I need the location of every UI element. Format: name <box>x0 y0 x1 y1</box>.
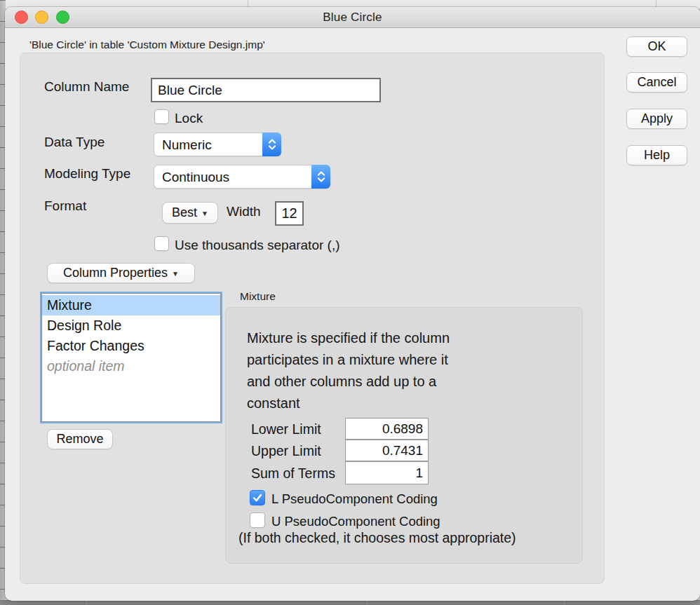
lock-label: Lock <box>175 111 203 126</box>
data-type-value: Numeric <box>162 137 212 153</box>
modeling-type-select[interactable]: Continuous <box>154 165 330 189</box>
background-gridline <box>564 601 565 605</box>
mixture-description-line: constant <box>247 393 450 414</box>
dropdown-arrow-icon: ▼ <box>172 271 179 278</box>
sum-of-terms-input[interactable] <box>345 461 429 484</box>
remove-button-label: Remove <box>56 432 103 447</box>
column-properties-dropdown[interactable]: Column Properties ▼ <box>47 263 195 283</box>
list-item-optional[interactable]: optional item <box>42 356 220 376</box>
mixture-description-line: participates in a mixture where it <box>247 349 450 371</box>
list-item-design-role[interactable]: Design Role <box>42 315 220 336</box>
width-input[interactable] <box>275 201 304 226</box>
mixture-panel: Mixture is specified if the column parti… <box>225 307 583 564</box>
lock-checkbox[interactable] <box>154 109 169 124</box>
dialog-subtitle: 'Blue Circle' in table 'Custom Mixture D… <box>29 39 265 51</box>
mixture-description-line: Mixture is specified if the column <box>247 327 450 349</box>
column-settings-panel: Column Name Lock Data Type Numeric Model… <box>20 53 605 584</box>
l-pseudocomponent-label: L PseudoComponent Coding <box>271 491 438 507</box>
lower-limit-label: Lower Limit <box>251 421 321 437</box>
stepper-icon <box>262 132 281 156</box>
mixture-panel-title: Mixture <box>240 290 276 303</box>
dropdown-arrow-icon: ▼ <box>201 210 208 217</box>
column-info-dialog: Blue Circle 'Blue Circle' in table 'Cust… <box>5 7 700 601</box>
screen: Blue Circle 'Blue Circle' in table 'Cust… <box>0 0 700 605</box>
remove-button[interactable]: Remove <box>47 429 113 449</box>
data-type-select[interactable]: Numeric <box>154 132 281 156</box>
list-item-factor-changes[interactable]: Factor Changes <box>42 336 220 356</box>
checkmark-icon <box>251 491 264 504</box>
column-properties-label: Column Properties <box>63 266 168 280</box>
background-gridline <box>367 601 368 605</box>
width-label: Width <box>227 204 261 219</box>
column-name-input[interactable] <box>151 78 381 102</box>
title-bar[interactable]: Blue Circle <box>5 7 700 28</box>
modeling-type-label: Modeling Type <box>44 166 130 182</box>
sum-of-terms-label: Sum of Terms <box>251 465 335 482</box>
u-pseudocomponent-checkbox[interactable] <box>250 512 265 528</box>
background-gridline <box>86 601 87 605</box>
stepper-icon <box>311 165 330 189</box>
window-title: Blue Circle <box>5 11 700 25</box>
ok-button[interactable]: OK <box>626 36 687 57</box>
column-name-label: Column Name <box>44 79 129 95</box>
upper-limit-label: Upper Limit <box>251 443 321 459</box>
mixture-description-line: and other columns add up to a <box>247 371 450 393</box>
modeling-type-value: Continuous <box>162 170 229 185</box>
list-item-mixture[interactable]: Mixture <box>42 295 220 315</box>
u-pseudocomponent-label: U PseudoComponent Coding <box>271 514 440 529</box>
format-label: Format <box>44 198 86 214</box>
mixture-note: (If both checked, it chooses most approp… <box>238 530 516 546</box>
thousands-separator-label: Use thousands separator (,) <box>175 238 340 253</box>
help-button[interactable]: Help <box>626 145 687 165</box>
mixture-description: Mixture is specified if the column parti… <box>247 327 450 414</box>
properties-listbox[interactable]: Mixture Design Role Factor Changes optio… <box>41 293 221 422</box>
upper-limit-input[interactable] <box>345 440 429 461</box>
thousands-separator-checkbox[interactable] <box>154 236 169 251</box>
format-best-dropdown[interactable]: Best ▼ <box>162 202 218 224</box>
l-pseudocomponent-checkbox[interactable] <box>250 490 265 505</box>
background-bottom-strip <box>0 600 700 605</box>
cancel-button[interactable]: Cancel <box>626 72 687 93</box>
data-type-label: Data Type <box>44 135 105 150</box>
format-best-value: Best <box>172 205 197 220</box>
apply-button[interactable]: Apply <box>626 109 687 129</box>
lower-limit-input[interactable] <box>345 418 429 440</box>
